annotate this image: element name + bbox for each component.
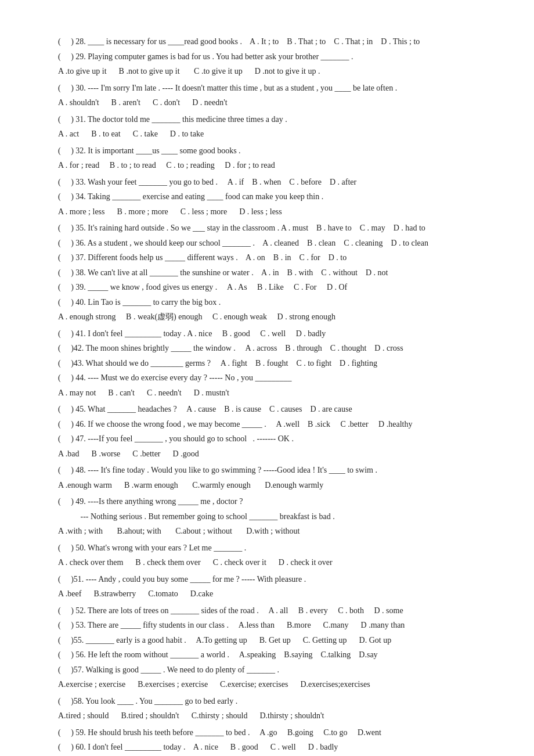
q40-options: A . enough strong B . weak(虚弱) enough C … bbox=[58, 310, 488, 325]
q29: ( ) 29. Playing computer games is bad fo… bbox=[58, 50, 488, 64]
q43: ( )43. What should we do ________ germs … bbox=[58, 357, 488, 371]
q29-options: A .to give up it B .not to give up it C … bbox=[58, 64, 488, 79]
q49a: ( ) 49. ----Is there anything wrong ____… bbox=[58, 495, 488, 509]
q34-options: A . more ; less B . more ; more C . less… bbox=[58, 205, 488, 219]
q39: ( ) 39. _____ we know , food gives us en… bbox=[58, 280, 488, 295]
q32: ( ) 32. It is important ____us ____ some… bbox=[58, 144, 488, 159]
q50: ( ) 50. What's wrong with your ears ? Le… bbox=[58, 541, 488, 556]
q30: ( ) 30. ---- I'm sorry I'm late . ---- I… bbox=[58, 81, 488, 96]
q58: ( )58. You look ____ . You _______ go to… bbox=[58, 694, 488, 709]
q51-options: A .beef B.strawberry C.tomato D.cake bbox=[58, 587, 488, 602]
q32-options: A . for ; read B . to ; to read C . to ;… bbox=[58, 159, 488, 173]
q45: ( ) 45. What _______ headaches ? A . cau… bbox=[58, 402, 488, 417]
q44: ( ) 44. ---- Must we do exercise every d… bbox=[58, 371, 488, 386]
q36: ( ) 36. As a student , we should keep ou… bbox=[58, 236, 488, 251]
q47: ( ) 47. ----If you feel _______ , you sh… bbox=[58, 432, 488, 447]
q35: ( ) 35. It's raining hard outside . So w… bbox=[58, 221, 488, 236]
q42: ( )42. The moon shines brightly _____ th… bbox=[58, 341, 488, 356]
q57: ( )57. Walking is good _____ . We need t… bbox=[58, 663, 488, 678]
q50-options: A . check over them B . check them over … bbox=[58, 556, 488, 570]
q51: ( )51. ---- Andy , could you buy some __… bbox=[58, 573, 488, 587]
q30-options: A . shouldn't B . aren't C . don't D . n… bbox=[58, 96, 488, 110]
q44-options: A . may not B . can't C . needn't D . mu… bbox=[58, 386, 488, 401]
q31-options: A . act B . to eat C . take D . to take bbox=[58, 127, 488, 142]
q37: ( ) 37. Different foods help us _____ di… bbox=[58, 251, 488, 265]
q57-options: A.exercise ; exercise B.exercises ; exer… bbox=[58, 678, 488, 692]
q31: ( ) 31. The doctor told me _______ this … bbox=[58, 113, 488, 127]
exam-content: ( ) 28. ____ is necessary for us ____rea… bbox=[58, 35, 488, 755]
q58-options: A.tired ; should B.tired ; shouldn't C.t… bbox=[58, 709, 488, 723]
q53: ( ) 53. There are _____ fifty students i… bbox=[58, 618, 488, 633]
q40: ( ) 40. Lin Tao is _______ to carry the … bbox=[58, 296, 488, 310]
q47-options: A .bad B .worse C .better D .good bbox=[58, 447, 488, 462]
q55: ( )55. _______ early is a good habit . A… bbox=[58, 633, 488, 648]
q46: ( ) 46. If we choose the wrong food , we… bbox=[58, 417, 488, 432]
q38: ( ) 38. We can't live at all _______ the… bbox=[58, 266, 488, 280]
q48: ( ) 48. ---- It's fine today . Would you… bbox=[58, 463, 488, 478]
q56: ( ) 56. He left the room without _______… bbox=[58, 648, 488, 663]
q49-options: A .with ; with B.ahout; with C.about ; w… bbox=[58, 524, 488, 539]
q48-options: A .enough warm B .warm enough C.warmly e… bbox=[58, 478, 488, 493]
q60: ( ) 60. I don't feel _________ today . A… bbox=[58, 740, 488, 755]
q28: ( ) 28. ____ is necessary for us ____rea… bbox=[58, 35, 488, 49]
q52: ( ) 52. There are lots of trees on _____… bbox=[58, 604, 488, 618]
q59: ( ) 59. He should brush his teeth before… bbox=[58, 726, 488, 740]
q41: ( ) 41. I don't feel _________ today . A… bbox=[58, 327, 488, 341]
q49b: --- Nothing serious . But remember going… bbox=[58, 510, 488, 524]
q33: ( ) 33. Wash your feet _______ you go to… bbox=[58, 175, 488, 190]
q34: ( ) 34. Taking _______ exercise and eati… bbox=[58, 190, 488, 204]
